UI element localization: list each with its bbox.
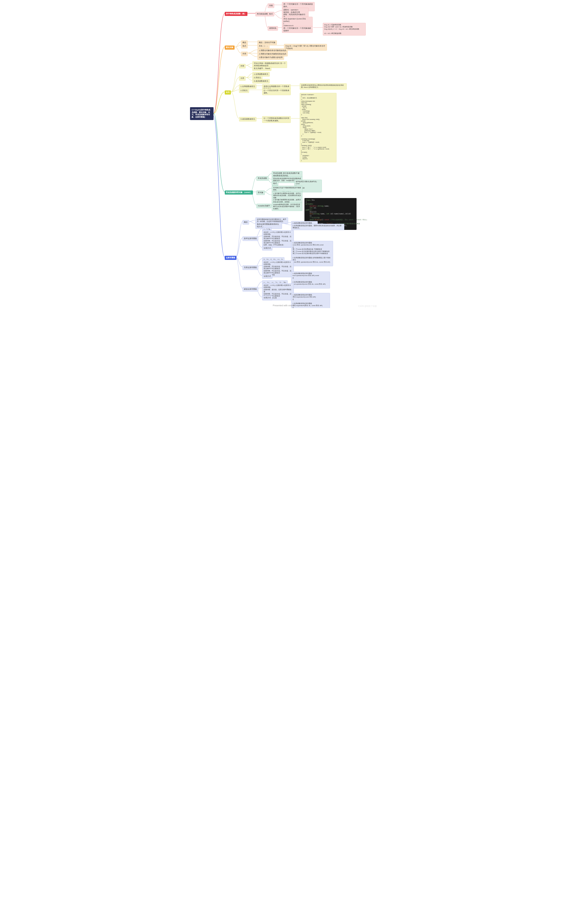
op-arith-impl-t: 1.成员函数实现运算符重载 const 类名 operator#(const 类… bbox=[291, 241, 333, 266]
friend-member-t: 让一个类里的成员函数去访问另一个类的私有属性。 bbox=[262, 116, 291, 123]
friend-cat-3: 3.成员函数做友元 bbox=[252, 79, 270, 84]
branch-operator: 运算符重载 bbox=[225, 256, 236, 260]
friend-member-code: #include <iostream> /* * 友元：成员函数做友元 */ u… bbox=[300, 93, 337, 162]
anon-use: 作用 bbox=[241, 52, 248, 56]
friend-use-t2: 友元关键字： friend bbox=[252, 66, 271, 71]
friend-member: 3.成员函数做友元 bbox=[239, 117, 256, 122]
const-obj-n: 1.常对象可以调用常成员函数，也可以调用非常成员函数，优先调用非常成员函数 2.… bbox=[272, 192, 302, 204]
const-obj: 常对象 bbox=[256, 190, 265, 195]
branch-anonymous: 匿名对象 bbox=[225, 45, 235, 50]
friend-class-t: 让一个类去访问另一个类的私有属性。 bbox=[262, 88, 291, 95]
node-timing: 调用时机 bbox=[268, 26, 278, 31]
op-arith-impl: 实现方式 bbox=[262, 246, 272, 250]
op-assign-impl-t: 1.成员函数实现运算符重载 类名 &operator#(const 类名 &R)… bbox=[291, 293, 330, 308]
anon-format-t: 类名（）； bbox=[257, 44, 269, 48]
op-assign: 赋值运算符重载 bbox=[242, 287, 258, 291]
anon-format: 格式 bbox=[241, 44, 248, 48]
op-arith: 算术运算符重载 bbox=[242, 236, 258, 241]
op-method-2: 2.全局函数实现运算符重载，需要对类私有成员的访问权限，所以需要做友元。 bbox=[291, 224, 344, 230]
mutable: mutable关键字 bbox=[256, 204, 271, 208]
branch-friend: 友元 bbox=[225, 90, 231, 94]
branch-special-member: 类中特殊成员函数（续） bbox=[225, 12, 247, 16]
node-timing-ex: Dog d1; //无参构造函数 Dog d2("大黄","pink",5); … bbox=[323, 23, 366, 36]
op-rel-impl: 实现方式 bbox=[262, 274, 272, 279]
op-rel-impl-t: 1.成员函数实现运算符重载 bool operator#(const 类名 &R… bbox=[291, 272, 330, 288]
op-arith-desc: 表达式：L # R (L 左操作数 #运算符 R 右操作数) 左操作数：可以是左… bbox=[262, 230, 294, 247]
anon-use-3: 3.匿名对象作为函数实参使用 bbox=[257, 56, 284, 60]
friend-cat: 分类 bbox=[239, 76, 245, 81]
friend-global-ex: 在想要访问的类里加上要想访问该类私有数据成员的全局函数: friend 全局函数… bbox=[300, 83, 347, 90]
friend-class: 2.类友元 bbox=[239, 88, 249, 93]
op-concept: 概念 bbox=[242, 220, 249, 225]
mutable-t: mutable修饰成员变量，表示该成员变量可以在常成员函数中被修改 （取消常属性… bbox=[272, 202, 302, 211]
friend-global: 1.全局函数做友元 bbox=[239, 84, 256, 89]
node-copy-assign: 拷贝赋值函数 bbox=[256, 12, 269, 16]
node-timing-t: 用一个类对象给另一个类对象做赋值操作 bbox=[282, 26, 313, 33]
root-node: C++day04(类中特殊成员函数、匿名对象、友元、常成员函数和常对象、运算符重… bbox=[190, 107, 214, 120]
node-format: 格式 bbox=[268, 12, 274, 16]
friend-use: 作用 bbox=[239, 64, 245, 68]
op-assign-impl: 实现方式 bbox=[262, 296, 272, 300]
op-rel: 关系运算符重载 bbox=[242, 266, 258, 270]
const-func: 常成员函数 bbox=[256, 176, 268, 181]
footer: Presented with xmind bbox=[273, 304, 294, 307]
watermark: CSDN @吃吃了初圆 bbox=[358, 305, 377, 308]
node-func: 功能 bbox=[268, 3, 274, 8]
anon-format-ex: Dog d1 = Dog("大黄","田",6); //匿名对象给有名对象初始化 bbox=[284, 44, 327, 51]
const-func-fmt: 格式 bbox=[272, 181, 278, 186]
branch-const: 常成员函数和常对象 （const） bbox=[225, 190, 253, 195]
